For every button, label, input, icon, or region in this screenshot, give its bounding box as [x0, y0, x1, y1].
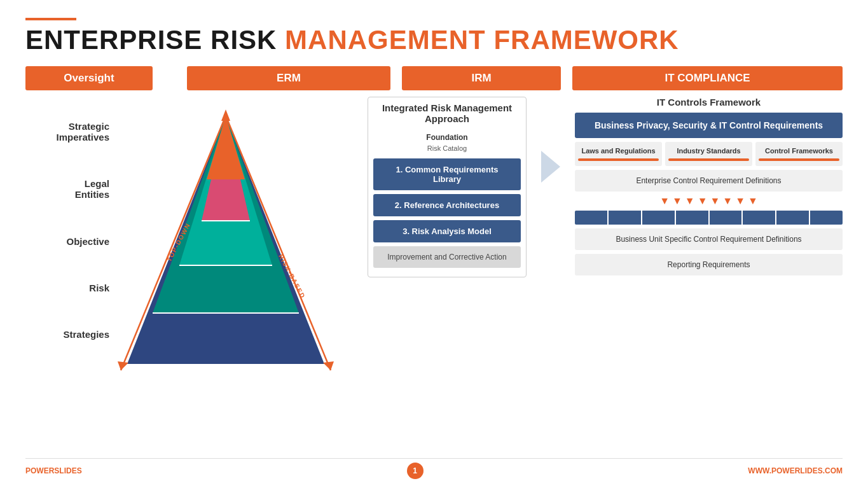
itc-col-laws: Laws and Regulations [575, 142, 662, 166]
footer-brand-black: POWER [25, 466, 54, 475]
itc-section: IT Controls Framework Business Privacy, … [575, 97, 843, 275]
svg-marker-12 [221, 109, 230, 121]
itc-arrows: ▼ ▼ ▼ ▼ ▼ ▼ ▼ ▼ [575, 195, 843, 207]
irm-item-1: 1. Common Requirements Library [373, 158, 521, 190]
irm-content-box: Integrated Risk Management Approach Foun… [368, 97, 527, 277]
itc-blue-bar [575, 211, 843, 225]
title-orange: MANAGEMENT FRAMEWORK [285, 25, 679, 55]
arrow-svg [538, 148, 563, 186]
arrow-connector [538, 97, 563, 186]
irm-item-3: 3. Risk Analysis Model [373, 220, 521, 242]
arrow-8: ▼ [748, 195, 758, 207]
irm-footer-item: Improvement and Corrective Action [373, 246, 521, 268]
content-area: StrategicImperatives LegalEntities Objec… [25, 97, 843, 383]
title-black: ENTERPRISE RISK [25, 25, 285, 55]
label-legal: LegalEntities [25, 178, 114, 200]
slide: ENTERPRISE RISK MANAGEMENT FRAMEWORK Ove… [0, 0, 868, 488]
itc-business-unit-row: Business Unit Specific Control Requireme… [575, 228, 843, 250]
footer-brand: POWERSLIDES [25, 466, 82, 475]
arrow-2: ▼ [672, 195, 682, 207]
label-objective: Objective [25, 236, 114, 247]
label-strategic: StrategicImperatives [25, 121, 114, 143]
irm-header: IRM [402, 66, 561, 90]
itc-three-cols: Laws and Regulations Industry Standards … [575, 142, 843, 166]
page-number: 1 [407, 463, 424, 479]
itc-col-industry: Industry Standards [665, 142, 752, 166]
svg-marker-10 [118, 361, 128, 370]
arrow-4: ▼ [698, 195, 708, 207]
pyramid-section: StrategicImperatives LegalEntities Objec… [25, 97, 356, 383]
itc-reporting-row: Reporting Requirements [575, 254, 843, 275]
label-risk: Risk [25, 282, 114, 293]
arrow-6: ▼ [722, 195, 733, 207]
erm-header: ERM [187, 66, 390, 90]
pyramid-svg: TOP-DOWN RISK-BASED [114, 97, 337, 383]
itc-header: IT COMPLIANCE [572, 66, 843, 90]
svg-marker-15 [541, 151, 560, 183]
arrow-5: ▼ [710, 195, 720, 207]
itc-title: IT Controls Framework [575, 97, 843, 108]
itc-blue-header: Business Privacy, Security & IT Control … [575, 113, 843, 138]
itc-col-control: Control Frameworks [755, 142, 843, 166]
oversight-header: Oversight [25, 66, 153, 90]
orange-bar-industry [668, 158, 749, 161]
irm-item-2: 2. Reference Architectures [373, 194, 521, 216]
orange-bar-laws [578, 158, 659, 161]
footer-brand-orange: SLIDES [54, 466, 81, 475]
column-headers: Oversight ERM IRM IT COMPLIANCE [25, 66, 843, 90]
svg-marker-11 [323, 361, 334, 370]
irm-foundation-label: Foundation [373, 133, 521, 142]
irm-title: Integrated Risk Management Approach [373, 102, 521, 124]
header-accent-line [25, 18, 76, 20]
pyramid-graphic: TOP-DOWN RISK-BASED [114, 97, 337, 383]
footer: POWERSLIDES 1 WWW.POWERLIDES.COM [25, 458, 843, 479]
footer-url: WWW.POWERLIDES.COM [748, 466, 843, 475]
pyramid-labels: StrategicImperatives LegalEntities Objec… [25, 97, 114, 370]
label-strategies: Strategies [25, 329, 114, 340]
orange-bar-control [759, 158, 839, 161]
irm-risk-catalog: Risk Catalog [373, 144, 521, 152]
page-title: ENTERPRISE RISK MANAGEMENT FRAMEWORK [25, 25, 843, 55]
irm-section: Integrated Risk Management Approach Foun… [368, 97, 527, 277]
arrow-3: ▼ [685, 195, 695, 207]
arrow-7: ▼ [735, 195, 745, 207]
itc-enterprise-row: Enterprise Control Requirement Definitio… [575, 170, 843, 192]
arrow-1: ▼ [659, 195, 670, 207]
